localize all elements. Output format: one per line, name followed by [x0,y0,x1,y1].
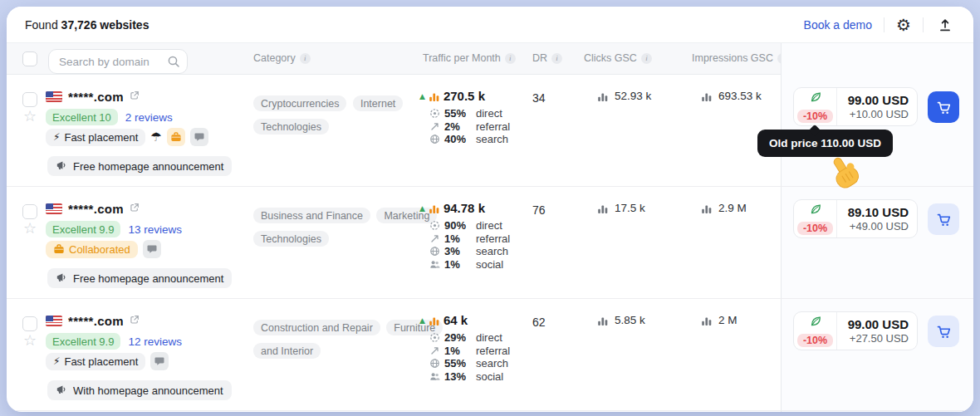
direct-traffic-icon [429,332,440,343]
chat-icon[interactable] [143,240,161,258]
domain-name: *****.com [68,202,124,216]
trend-up-icon: ▲ [419,92,425,100]
favorite-star-icon[interactable]: ☆ [23,109,37,124]
search-icon [167,55,180,71]
us-flag-icon [46,91,62,102]
column-header-price: Price % [795,52,852,66]
discount-badge[interactable]: -10% [797,222,833,235]
add-to-cart-button[interactable] [928,203,959,235]
lightning-icon: ⚡ [53,131,60,143]
export-upload-icon[interactable] [935,15,955,35]
domain-link[interactable]: *****.com [46,201,140,216]
table-row: ☆ *****.com Excellent 9.9 12 reviews ⚡ F… [7,299,973,411]
announcement-badge: With homepage announcement [47,380,232,400]
domain-link[interactable]: *****.com [46,89,140,104]
fast-placement-badge: ⚡ Fast placement [46,353,145,370]
external-link-icon[interactable] [130,313,140,328]
settings-gear-icon[interactable]: ⚙ [896,17,911,33]
announcement-badge: Free homepage announcement [47,156,232,176]
book-a-demo-link[interactable]: Book a demo [804,18,873,32]
collaborated-briefcase-icon[interactable] [167,128,185,146]
reviews-link[interactable]: 13 reviews [128,223,182,236]
leaf-icon [809,91,822,107]
row-checkbox[interactable] [22,204,37,219]
dr-value: 34 [532,91,546,105]
category-pill: Business and Finance [253,208,370,223]
price-value: 99.00 USD [848,93,909,107]
collaborated-badge: Collaborated [46,241,138,258]
price-card: -10% 89.10 USD +49.00 USD [793,199,918,238]
price-value: 99.00 USD [848,317,909,331]
rating-badge: Excellent 9.9 [46,221,120,237]
trend-up-icon: ▲ [419,316,425,325]
search-traffic-icon [429,246,440,257]
category-pill: Cryptocurrencies [253,95,346,111]
search-traffic-icon [429,134,440,144]
found-count: 37,726 websites [61,18,149,32]
add-to-cart-button[interactable] [928,91,959,123]
traffic-cell: ▲ 64 k 29%direct 1%referral 55%search 13… [419,313,510,383]
select-all-checkbox[interactable] [22,51,37,66]
us-flag-icon [46,203,62,214]
top-bar: Found 37,726 websites Book a demo ⚙ [7,7,973,43]
impressions-gsc-cell: 2 M [702,314,737,326]
dr-value: 76 [532,203,546,217]
favorite-star-icon[interactable]: ☆ [23,221,37,236]
social-traffic-icon [429,371,440,382]
column-header-dr: DRi [532,52,562,64]
leaf-icon [809,203,822,219]
favorite-star-icon[interactable]: ☆ [23,333,37,348]
reviews-link[interactable]: 12 reviews [128,335,182,348]
discount-badge[interactable]: -10% [797,334,833,347]
column-header-clicks: Clicks GSCi [584,52,652,64]
domain-name: *****.com [68,90,124,104]
impressions-gsc-cell: 693.53 k [702,90,762,102]
traffic-bars-icon [429,203,439,213]
cart-icon [936,100,952,115]
table-row: ☆ *****.com Excellent 9.9 13 reviews Col… [7,187,973,299]
cart-icon [936,212,952,228]
column-header-impressions: Impressions GSCi [692,52,788,64]
reviews-link[interactable]: 2 reviews [125,111,173,124]
bars-icon [598,316,608,325]
social-traffic-icon [429,259,440,270]
info-icon[interactable]: i [505,53,516,64]
pin-icon[interactable] [822,52,834,66]
chat-icon[interactable] [150,352,169,370]
divider [923,17,924,32]
bars-icon [598,203,608,213]
trend-up-icon: ▲ [419,204,425,213]
chat-icon[interactable] [190,128,208,146]
column-header-category: Categoryi [253,52,311,64]
info-icon[interactable]: i [777,53,788,64]
external-link-icon[interactable] [130,89,140,104]
referral-traffic-icon [429,233,440,244]
megaphone-icon [56,384,67,398]
rating-badge: Excellent 9.9 [46,333,120,350]
row-checkbox[interactable] [22,92,37,107]
info-icon[interactable]: i [641,53,652,64]
discount-filter-icon[interactable]: % [838,52,852,66]
traffic-value: 270.5 k [443,89,485,103]
clicks-gsc-cell: 17.5 k [598,202,645,214]
briefcase-icon [53,243,65,255]
clicks-gsc-cell: 5.85 k [598,314,645,326]
info-icon[interactable]: i [300,53,311,64]
row-checkbox[interactable] [22,316,37,331]
websites-table-panel: Found 37,726 websites Book a demo ⚙ Cate… [7,7,973,412]
search-traffic-icon [429,358,440,369]
referral-traffic-icon [429,345,440,356]
domain-link[interactable]: *****.com [46,313,140,328]
info-icon[interactable]: i [551,53,562,64]
traffic-cell: ▲ 94.78 k 90%direct 1%referral 3%search … [419,201,510,271]
search-by-domain [48,49,188,74]
umbrella-icon: ☂ [150,131,161,144]
referral-traffic-icon [429,121,440,132]
category-pill: Construction and Repair [253,320,380,335]
found-label: Found [25,18,58,32]
external-link-icon[interactable] [130,201,140,216]
discount-badge[interactable]: -10% [797,110,833,123]
category-tags: Construction and Repair Furniture and In… [253,315,436,363]
cart-icon [936,324,952,340]
add-to-cart-button[interactable] [928,316,959,347]
